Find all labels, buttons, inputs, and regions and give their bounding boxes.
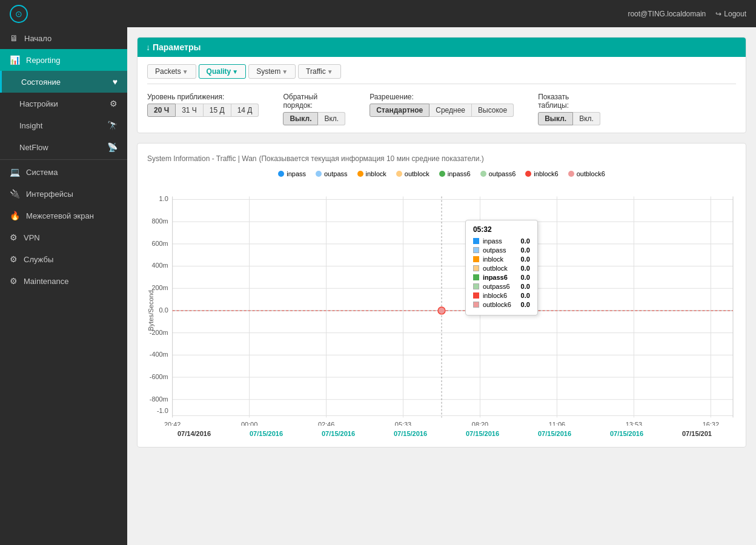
tooltip-row-outblock6: outblock6 0.0 (473, 301, 530, 308)
legend-label-outblock6: outblock6 (577, 170, 605, 177)
logout-icon: ↪ (715, 10, 721, 18)
sidebar-label-status: Состояние (21, 78, 61, 87)
firewall-icon: 🔥 (10, 211, 20, 220)
tooltip-row-inpass6: inpass6 0.0 (473, 274, 530, 281)
reverse-buttons: Выкл. Вкл. (283, 112, 345, 125)
tab-quality[interactable]: Quality ▼ (199, 64, 247, 79)
zoom-15d[interactable]: 15 Д (204, 104, 231, 117)
params-body: Packets ▼ Quality ▼ System ▼ Traffic ▼ (138, 57, 746, 133)
tooltip-row-inblock: inblock 0.0 (473, 256, 530, 263)
svg-text:-800m: -800m (150, 395, 168, 403)
zoom-31h[interactable]: 31 Ч (176, 104, 204, 117)
show-table-on[interactable]: Вкл. (573, 112, 600, 125)
date-2: 07/15/2016 (250, 430, 283, 437)
sidebar-item-reporting[interactable]: 📊 Reporting (0, 49, 127, 71)
legend-label-outblock: outblock (405, 170, 429, 177)
insight-icon: 🔭 (107, 121, 118, 130)
tab-traffic-arrow: ▼ (327, 68, 333, 75)
tab-packets-arrow: ▼ (182, 68, 188, 75)
legend-inpass6: inpass6 (439, 170, 471, 177)
show-table-off[interactable]: Выкл. (538, 112, 573, 125)
tooltip-val-outblock6: 0.0 (521, 301, 530, 308)
tooltip-color-inblock6 (473, 292, 479, 299)
svg-text:11:06: 11:06 (549, 421, 565, 426)
legend-label-outpass: outpass (324, 170, 348, 177)
sidebar-item-netflow[interactable]: NetFlow 📡 (0, 136, 127, 158)
tab-system-arrow: ▼ (282, 68, 288, 75)
resolution-high[interactable]: Высокое (472, 104, 514, 117)
tab-traffic[interactable]: Traffic ▼ (298, 64, 341, 79)
tab-packets[interactable]: Packets ▼ (147, 64, 196, 79)
legend-outblock: outblock (396, 170, 429, 177)
sidebar-item-home[interactable]: 🖥 Начало (0, 27, 127, 49)
sidebar-item-vpn[interactable]: ⚙ VPN (0, 226, 127, 248)
username: root@TING.localdomain (628, 10, 706, 18)
tooltip-label-outblock: outblock (483, 265, 517, 272)
tooltip-color-inpass (473, 238, 479, 244)
tooltip-time: 05:32 (473, 225, 530, 234)
tooltip-val-outblock: 0.0 (521, 265, 530, 272)
chart-title-text: System Information - Traffic | Wan (147, 154, 257, 163)
settings-icon: ⚙ (110, 99, 118, 108)
params-card: ↓ Параметры Packets ▼ Quality ▼ System ▼ (137, 37, 746, 133)
tab-quality-arrow: ▼ (232, 68, 238, 75)
svg-text:Bytes/Second: Bytes/Second (147, 290, 154, 331)
zoom-14d[interactable]: 14 Д (231, 104, 259, 117)
params-header: ↓ Параметры (138, 38, 746, 57)
legend-outpass6: outpass6 (480, 170, 516, 177)
sidebar-label-vpn: VPN (24, 233, 40, 242)
resolution-medium[interactable]: Среднее (429, 104, 472, 117)
svg-text:0.0: 0.0 (159, 306, 168, 314)
reverse-off[interactable]: Выкл. (283, 112, 318, 125)
zoom-20h[interactable]: 20 Ч (147, 104, 176, 117)
date-7: 07/15/2016 (610, 430, 643, 437)
zoom-group: Уровень приближения: 20 Ч 31 Ч 15 Д 14 Д (147, 93, 259, 117)
show-table-buttons: Выкл. Вкл. (538, 112, 600, 125)
sidebar-item-services[interactable]: ⚙ Службы (0, 248, 127, 270)
status-icon: ♥ (113, 77, 118, 87)
svg-text:16:32: 16:32 (703, 421, 719, 426)
sidebar-label-netflow: NetFlow (19, 143, 48, 152)
tooltip-row-inblock6: inblock6 0.0 (473, 292, 530, 299)
tab-quality-label: Quality (207, 67, 231, 76)
tooltip-color-outpass (473, 247, 479, 253)
logout-button[interactable]: ↪ Logout (715, 10, 746, 18)
logo-icon: ⊙ (10, 5, 28, 23)
logo: ⊙ (10, 5, 28, 23)
home-icon: 🖥 (10, 33, 18, 43)
tooltip-val-outpass: 0.0 (521, 246, 530, 254)
reverse-label: Обратныйпорядок: (283, 93, 345, 110)
sidebar: 🖥 Начало 📊 Reporting Состояние ♥ Настрой… (0, 27, 127, 545)
system-icon: 💻 (10, 167, 20, 177)
sidebar-label-reporting: Reporting (26, 56, 60, 65)
tooltip-row-outpass6: outpass6 0.0 (473, 283, 530, 290)
legend-label-inblock6: inblock6 (534, 170, 558, 177)
legend-label-inpass: inpass (287, 170, 306, 177)
sidebar-label-interfaces: Интерфейсы (26, 190, 73, 199)
reverse-on[interactable]: Вкл. (318, 112, 345, 125)
legend-label-inblock: inblock (366, 170, 386, 177)
sidebar-item-settings[interactable]: Настройки ⚙ (0, 93, 127, 114)
chart-legend: inpass outpass inblock outblock inpass6 (147, 170, 736, 177)
sidebar-item-system[interactable]: 💻 Система (0, 161, 127, 183)
sidebar-item-firewall[interactable]: 🔥 Межсетевой экран (0, 205, 127, 226)
svg-text:20:42: 20:42 (164, 421, 181, 426)
chart-area: 1.0 800m 600m 400m 200m 0.0 -200m -400m … (147, 183, 736, 437)
tooltip-color-outblock6 (473, 302, 479, 308)
sidebar-divider-1 (0, 159, 127, 160)
tooltip-row-outpass: outpass 0.0 (473, 246, 530, 254)
legend-label-inpass6: inpass6 (448, 170, 471, 177)
date-8: 07/15/201 (682, 430, 712, 437)
tooltip-val-inpass: 0.0 (521, 237, 530, 245)
svg-text:00:00: 00:00 (241, 421, 257, 426)
legend-inblock: inblock (357, 170, 386, 177)
resolution-standard[interactable]: Стандартное (370, 104, 429, 117)
legend-dot-outblock (396, 171, 402, 177)
sidebar-item-insight[interactable]: Insight 🔭 (0, 114, 127, 136)
tab-system[interactable]: System ▼ (248, 64, 296, 79)
sidebar-item-status[interactable]: Состояние ♥ (0, 71, 127, 93)
sidebar-item-maintenance[interactable]: ⚙ Maintenance (0, 270, 127, 292)
sidebar-item-interfaces[interactable]: 🔌 Интерфейсы (0, 183, 127, 205)
tab-packets-label: Packets (155, 67, 181, 76)
tooltip-val-outpass6: 0.0 (521, 283, 530, 290)
